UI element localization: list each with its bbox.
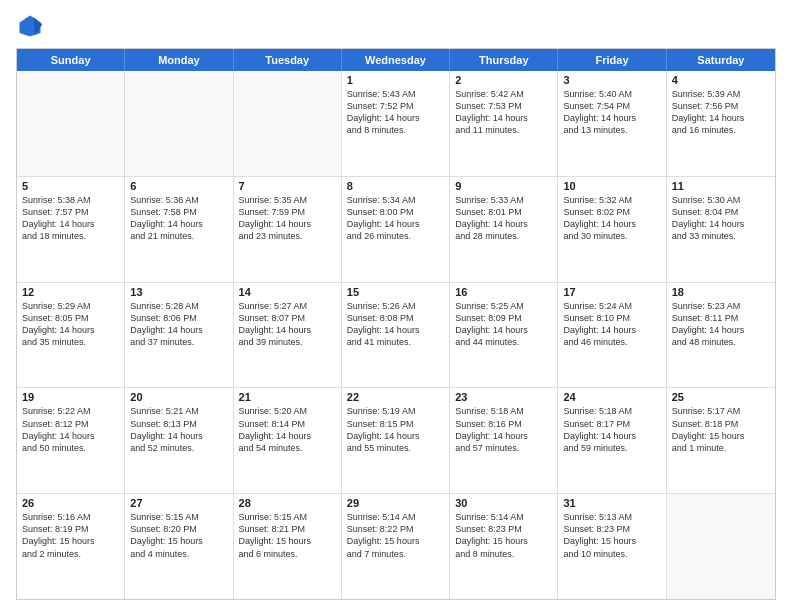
day-number: 10	[563, 180, 660, 192]
calendar-day-25: 25Sunrise: 5:17 AM Sunset: 8:18 PM Dayli…	[667, 388, 775, 493]
calendar: SundayMondayTuesdayWednesdayThursdayFrid…	[16, 48, 776, 600]
day-info: Sunrise: 5:17 AM Sunset: 8:18 PM Dayligh…	[672, 405, 770, 454]
day-info: Sunrise: 5:20 AM Sunset: 8:14 PM Dayligh…	[239, 405, 336, 454]
calendar-cell-empty	[667, 494, 775, 599]
header-day-thursday: Thursday	[450, 49, 558, 71]
calendar-day-12: 12Sunrise: 5:29 AM Sunset: 8:05 PM Dayli…	[17, 283, 125, 388]
day-info: Sunrise: 5:14 AM Sunset: 8:22 PM Dayligh…	[347, 511, 444, 560]
logo	[16, 12, 48, 40]
day-number: 28	[239, 497, 336, 509]
calendar-row-3: 12Sunrise: 5:29 AM Sunset: 8:05 PM Dayli…	[17, 282, 775, 388]
day-info: Sunrise: 5:14 AM Sunset: 8:23 PM Dayligh…	[455, 511, 552, 560]
calendar-row-1: 1Sunrise: 5:43 AM Sunset: 7:52 PM Daylig…	[17, 71, 775, 176]
day-info: Sunrise: 5:42 AM Sunset: 7:53 PM Dayligh…	[455, 88, 552, 137]
calendar-day-17: 17Sunrise: 5:24 AM Sunset: 8:10 PM Dayli…	[558, 283, 666, 388]
day-info: Sunrise: 5:19 AM Sunset: 8:15 PM Dayligh…	[347, 405, 444, 454]
calendar-row-5: 26Sunrise: 5:16 AM Sunset: 8:19 PM Dayli…	[17, 493, 775, 599]
calendar-day-21: 21Sunrise: 5:20 AM Sunset: 8:14 PM Dayli…	[234, 388, 342, 493]
calendar-day-7: 7Sunrise: 5:35 AM Sunset: 7:59 PM Daylig…	[234, 177, 342, 282]
header-day-wednesday: Wednesday	[342, 49, 450, 71]
day-info: Sunrise: 5:21 AM Sunset: 8:13 PM Dayligh…	[130, 405, 227, 454]
day-info: Sunrise: 5:22 AM Sunset: 8:12 PM Dayligh…	[22, 405, 119, 454]
calendar-day-19: 19Sunrise: 5:22 AM Sunset: 8:12 PM Dayli…	[17, 388, 125, 493]
day-info: Sunrise: 5:34 AM Sunset: 8:00 PM Dayligh…	[347, 194, 444, 243]
day-number: 4	[672, 74, 770, 86]
calendar-day-22: 22Sunrise: 5:19 AM Sunset: 8:15 PM Dayli…	[342, 388, 450, 493]
day-number: 5	[22, 180, 119, 192]
day-info: Sunrise: 5:32 AM Sunset: 8:02 PM Dayligh…	[563, 194, 660, 243]
day-number: 16	[455, 286, 552, 298]
calendar-cell-empty	[234, 71, 342, 176]
calendar-cell-empty	[125, 71, 233, 176]
calendar-day-28: 28Sunrise: 5:15 AM Sunset: 8:21 PM Dayli…	[234, 494, 342, 599]
day-number: 18	[672, 286, 770, 298]
day-info: Sunrise: 5:33 AM Sunset: 8:01 PM Dayligh…	[455, 194, 552, 243]
day-number: 6	[130, 180, 227, 192]
calendar-day-14: 14Sunrise: 5:27 AM Sunset: 8:07 PM Dayli…	[234, 283, 342, 388]
header-day-friday: Friday	[558, 49, 666, 71]
calendar-day-23: 23Sunrise: 5:18 AM Sunset: 8:16 PM Dayli…	[450, 388, 558, 493]
day-number: 14	[239, 286, 336, 298]
day-number: 3	[563, 74, 660, 86]
calendar-row-2: 5Sunrise: 5:38 AM Sunset: 7:57 PM Daylig…	[17, 176, 775, 282]
calendar-day-6: 6Sunrise: 5:36 AM Sunset: 7:58 PM Daylig…	[125, 177, 233, 282]
day-info: Sunrise: 5:43 AM Sunset: 7:52 PM Dayligh…	[347, 88, 444, 137]
day-info: Sunrise: 5:15 AM Sunset: 8:21 PM Dayligh…	[239, 511, 336, 560]
day-info: Sunrise: 5:36 AM Sunset: 7:58 PM Dayligh…	[130, 194, 227, 243]
day-info: Sunrise: 5:35 AM Sunset: 7:59 PM Dayligh…	[239, 194, 336, 243]
day-number: 24	[563, 391, 660, 403]
calendar-day-3: 3Sunrise: 5:40 AM Sunset: 7:54 PM Daylig…	[558, 71, 666, 176]
day-number: 8	[347, 180, 444, 192]
day-number: 19	[22, 391, 119, 403]
day-number: 21	[239, 391, 336, 403]
day-info: Sunrise: 5:16 AM Sunset: 8:19 PM Dayligh…	[22, 511, 119, 560]
page: SundayMondayTuesdayWednesdayThursdayFrid…	[0, 0, 792, 612]
day-info: Sunrise: 5:18 AM Sunset: 8:17 PM Dayligh…	[563, 405, 660, 454]
calendar-day-20: 20Sunrise: 5:21 AM Sunset: 8:13 PM Dayli…	[125, 388, 233, 493]
calendar-day-1: 1Sunrise: 5:43 AM Sunset: 7:52 PM Daylig…	[342, 71, 450, 176]
calendar-day-24: 24Sunrise: 5:18 AM Sunset: 8:17 PM Dayli…	[558, 388, 666, 493]
calendar-day-29: 29Sunrise: 5:14 AM Sunset: 8:22 PM Dayli…	[342, 494, 450, 599]
logo-icon	[16, 12, 44, 40]
day-info: Sunrise: 5:18 AM Sunset: 8:16 PM Dayligh…	[455, 405, 552, 454]
day-number: 15	[347, 286, 444, 298]
calendar-day-30: 30Sunrise: 5:14 AM Sunset: 8:23 PM Dayli…	[450, 494, 558, 599]
day-info: Sunrise: 5:15 AM Sunset: 8:20 PM Dayligh…	[130, 511, 227, 560]
calendar-day-8: 8Sunrise: 5:34 AM Sunset: 8:00 PM Daylig…	[342, 177, 450, 282]
day-number: 12	[22, 286, 119, 298]
calendar-day-11: 11Sunrise: 5:30 AM Sunset: 8:04 PM Dayli…	[667, 177, 775, 282]
day-info: Sunrise: 5:29 AM Sunset: 8:05 PM Dayligh…	[22, 300, 119, 349]
day-number: 11	[672, 180, 770, 192]
day-number: 31	[563, 497, 660, 509]
calendar-body: 1Sunrise: 5:43 AM Sunset: 7:52 PM Daylig…	[17, 71, 775, 599]
calendar-day-10: 10Sunrise: 5:32 AM Sunset: 8:02 PM Dayli…	[558, 177, 666, 282]
calendar-day-26: 26Sunrise: 5:16 AM Sunset: 8:19 PM Dayli…	[17, 494, 125, 599]
calendar-day-15: 15Sunrise: 5:26 AM Sunset: 8:08 PM Dayli…	[342, 283, 450, 388]
calendar-day-5: 5Sunrise: 5:38 AM Sunset: 7:57 PM Daylig…	[17, 177, 125, 282]
day-number: 1	[347, 74, 444, 86]
day-number: 26	[22, 497, 119, 509]
calendar-day-9: 9Sunrise: 5:33 AM Sunset: 8:01 PM Daylig…	[450, 177, 558, 282]
day-info: Sunrise: 5:13 AM Sunset: 8:23 PM Dayligh…	[563, 511, 660, 560]
header-day-tuesday: Tuesday	[234, 49, 342, 71]
day-info: Sunrise: 5:23 AM Sunset: 8:11 PM Dayligh…	[672, 300, 770, 349]
day-number: 23	[455, 391, 552, 403]
calendar-cell-empty	[17, 71, 125, 176]
calendar-day-16: 16Sunrise: 5:25 AM Sunset: 8:09 PM Dayli…	[450, 283, 558, 388]
day-number: 2	[455, 74, 552, 86]
day-info: Sunrise: 5:25 AM Sunset: 8:09 PM Dayligh…	[455, 300, 552, 349]
day-info: Sunrise: 5:28 AM Sunset: 8:06 PM Dayligh…	[130, 300, 227, 349]
day-info: Sunrise: 5:39 AM Sunset: 7:56 PM Dayligh…	[672, 88, 770, 137]
header-day-sunday: Sunday	[17, 49, 125, 71]
day-number: 30	[455, 497, 552, 509]
calendar-day-27: 27Sunrise: 5:15 AM Sunset: 8:20 PM Dayli…	[125, 494, 233, 599]
day-info: Sunrise: 5:26 AM Sunset: 8:08 PM Dayligh…	[347, 300, 444, 349]
day-number: 17	[563, 286, 660, 298]
day-info: Sunrise: 5:40 AM Sunset: 7:54 PM Dayligh…	[563, 88, 660, 137]
day-number: 27	[130, 497, 227, 509]
day-number: 20	[130, 391, 227, 403]
day-number: 29	[347, 497, 444, 509]
calendar-day-18: 18Sunrise: 5:23 AM Sunset: 8:11 PM Dayli…	[667, 283, 775, 388]
day-info: Sunrise: 5:30 AM Sunset: 8:04 PM Dayligh…	[672, 194, 770, 243]
day-number: 7	[239, 180, 336, 192]
